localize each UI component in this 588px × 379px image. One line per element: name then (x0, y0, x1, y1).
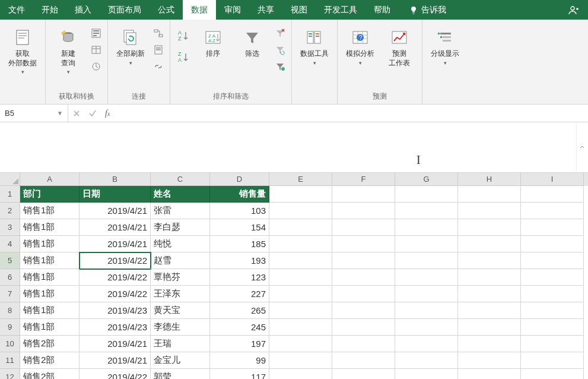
empty-cell[interactable] (395, 302, 458, 319)
column-header[interactable]: G (395, 173, 458, 186)
data-cell[interactable]: 销售1部 (20, 319, 80, 336)
column-header[interactable]: I (521, 173, 584, 186)
empty-cell[interactable] (458, 302, 521, 319)
data-cell[interactable]: 纯悦 (151, 236, 210, 252)
data-cell[interactable]: 103 (210, 203, 269, 219)
tab-view[interactable]: 视图 (282, 0, 316, 20)
empty-cell[interactable] (458, 219, 521, 236)
sort-desc-button[interactable]: ZA (175, 48, 192, 66)
empty-cell[interactable] (269, 369, 332, 379)
column-header[interactable]: B (80, 173, 151, 186)
insert-function-button[interactable]: fx (105, 109, 110, 118)
header-cell[interactable]: 日期 (80, 186, 151, 203)
tab-review[interactable]: 审阅 (216, 0, 249, 20)
tab-share[interactable]: 共享 (249, 0, 282, 20)
name-box-dropdown-icon[interactable]: ▼ (57, 110, 63, 116)
row-header[interactable]: 3 (0, 219, 20, 236)
properties-button[interactable] (152, 43, 165, 56)
data-cell[interactable]: 154 (210, 219, 269, 236)
data-cell[interactable]: 2019/4/21 (80, 236, 151, 252)
empty-cell[interactable] (458, 269, 521, 286)
get-external-data-button[interactable]: 获取 外部数据 ▾ (5, 26, 40, 77)
data-cell[interactable]: 销售1部 (20, 219, 80, 236)
empty-cell[interactable] (332, 336, 395, 352)
data-cell[interactable]: 销售1部 (20, 203, 80, 219)
recent-sources-button[interactable] (90, 60, 103, 73)
empty-cell[interactable] (521, 352, 584, 369)
tab-file[interactable]: 文件 (0, 0, 33, 20)
row-header[interactable]: 5 (0, 252, 20, 269)
data-cell[interactable]: 黄天宝 (151, 302, 210, 319)
forecast-sheet-button[interactable]: 预测 工作表 (382, 26, 417, 70)
data-cell[interactable]: 2019/4/23 (80, 302, 151, 319)
data-cell[interactable]: 王瑞 (151, 336, 210, 352)
data-cell[interactable]: 销售1部 (20, 286, 80, 302)
whatif-button[interactable]: ? 模拟分析 ▾ (342, 26, 378, 68)
row-header[interactable]: 6 (0, 269, 20, 286)
empty-cell[interactable] (332, 236, 395, 252)
tab-developer[interactable]: 开发工具 (316, 0, 365, 20)
column-header[interactable]: A (20, 173, 80, 186)
empty-cell[interactable] (332, 203, 395, 219)
empty-cell[interactable] (395, 269, 458, 286)
reapply-filter-button[interactable] (274, 43, 287, 56)
empty-cell[interactable] (395, 319, 458, 336)
empty-cell[interactable] (269, 336, 332, 352)
data-cell[interactable]: 王泽东 (151, 286, 210, 302)
empty-cell[interactable] (458, 186, 521, 203)
row-header[interactable]: 4 (0, 236, 20, 252)
name-box[interactable]: B5 ▼ (0, 105, 68, 122)
empty-cell[interactable] (269, 186, 332, 203)
empty-cell[interactable] (395, 352, 458, 369)
data-cell[interactable]: 销售1部 (20, 236, 80, 252)
row-header[interactable]: 11 (0, 352, 20, 369)
empty-cell[interactable] (521, 219, 584, 236)
row-header[interactable]: 7 (0, 286, 20, 302)
tab-data[interactable]: 数据 (183, 0, 216, 20)
clear-filter-button[interactable] (274, 27, 287, 40)
empty-cell[interactable] (269, 286, 332, 302)
empty-cell[interactable] (521, 286, 584, 302)
empty-cell[interactable] (458, 203, 521, 219)
empty-cell[interactable] (458, 319, 521, 336)
column-header[interactable]: D (210, 173, 269, 186)
data-cell[interactable]: 99 (210, 352, 269, 369)
data-cell[interactable]: 2019/4/22 (80, 252, 151, 269)
empty-cell[interactable] (395, 219, 458, 236)
empty-cell[interactable] (332, 219, 395, 236)
advanced-filter-button[interactable] (274, 60, 287, 73)
empty-cell[interactable] (521, 186, 584, 203)
sort-button[interactable]: Z AA Z 排序 (195, 26, 231, 61)
data-cell[interactable]: 2019/4/22 (80, 286, 151, 302)
header-cell[interactable]: 销售量 (210, 186, 269, 203)
data-cell[interactable]: 227 (210, 286, 269, 302)
formula-bar-expanded[interactable]: I (0, 122, 588, 173)
tab-page-layout[interactable]: 页面布局 (100, 0, 150, 20)
accept-formula-icon[interactable] (88, 109, 97, 118)
empty-cell[interactable] (521, 203, 584, 219)
tab-insert[interactable]: 插入 (66, 0, 100, 20)
header-cell[interactable]: 姓名 (151, 186, 210, 203)
data-cell[interactable]: 193 (210, 252, 269, 269)
empty-cell[interactable] (332, 186, 395, 203)
empty-cell[interactable] (395, 286, 458, 302)
empty-cell[interactable] (269, 269, 332, 286)
tab-formula[interactable]: 公式 (150, 0, 183, 20)
data-cell[interactable]: 2019/4/21 (80, 336, 151, 352)
data-cell[interactable]: 销售2部 (20, 336, 80, 352)
row-header[interactable]: 8 (0, 302, 20, 319)
empty-cell[interactable] (458, 336, 521, 352)
row-header[interactable]: 1 (0, 186, 20, 203)
empty-cell[interactable] (332, 252, 395, 269)
formula-bar-input[interactable] (115, 105, 588, 122)
empty-cell[interactable] (332, 302, 395, 319)
from-table-button[interactable] (90, 43, 103, 56)
data-cell[interactable]: 销售1部 (20, 252, 80, 269)
outline-button[interactable]: 分级显示 ▾ (427, 26, 463, 68)
empty-cell[interactable] (458, 286, 521, 302)
row-header[interactable]: 12 (0, 369, 20, 379)
data-cell[interactable]: 2019/4/21 (80, 352, 151, 369)
data-cell[interactable]: 覃艳芬 (151, 269, 210, 286)
data-cell[interactable]: 185 (210, 236, 269, 252)
empty-cell[interactable] (521, 336, 584, 352)
